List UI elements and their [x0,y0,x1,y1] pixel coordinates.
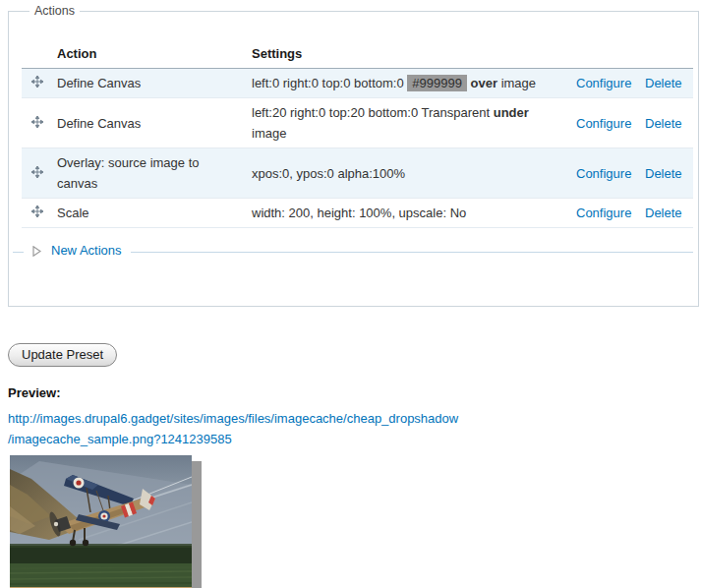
preview-label: Preview: [8,385,701,400]
table-row: Define Canvas left:0 right:0 top:0 botto… [22,69,693,98]
delete-link[interactable]: Delete [645,116,682,131]
header-action: Action [49,41,244,69]
actions-table: Action Settings Define C [22,41,693,228]
drag-handle[interactable] [22,148,49,199]
header-configure [568,41,637,69]
preview-url: http://images.drupal6.gadget/sites/image… [8,408,701,449]
new-actions-fieldset: New Actions [13,252,693,266]
drag-handle[interactable] [22,98,49,148]
delete-link[interactable]: Delete [645,76,682,90]
table-row: Scale width: 200, height: 100%, upscale:… [22,199,693,228]
header-settings: Settings [244,41,568,69]
action-name: Overlay: source image to canvas [49,148,244,199]
table-row: Overlay: source image to canvas xpos:0, … [22,148,693,199]
configure-link[interactable]: Configure [576,116,631,131]
configure-link[interactable]: Configure [576,166,631,181]
actions-fieldset-legend: Actions [29,4,80,18]
preview-image [10,455,192,588]
color-swatch: #999999 [407,75,467,91]
delete-link[interactable]: Delete [645,206,682,220]
configure-link[interactable]: Configure [576,76,631,90]
action-settings: left:20 right:0 top:20 bottom:0 Transpar… [244,98,568,148]
table-row: Define Canvas left:20 right:0 top:20 bot… [22,98,693,148]
action-settings: width: 200, height: 100%, upscale: No [244,199,568,228]
header-delete [637,41,693,69]
drag-cross-icon [31,73,43,85]
preview-url-link[interactable]: http://images.drupal6.gadget/sites/image… [8,411,458,446]
update-preset-button[interactable]: Update Preset [8,343,117,367]
action-name: Define Canvas [49,98,244,148]
preview-image-wrap [10,455,202,588]
table-header-row: Action Settings [22,41,693,69]
actions-fieldset: Actions Action Settings [8,4,699,307]
action-settings: xpos:0, ypos:0 alpha:100% [244,148,568,199]
header-handle [22,41,49,69]
drag-handle[interactable] [22,69,49,98]
delete-link[interactable]: Delete [645,166,682,181]
action-name: Define Canvas [49,69,244,98]
drag-cross-icon [31,203,43,214]
action-name: Scale [49,199,244,228]
drag-cross-icon [31,163,43,175]
action-settings: left:0 right:0 top:0 bottom:0 #999999 ov… [244,69,568,98]
drag-handle[interactable] [22,199,49,228]
new-actions-toggle[interactable]: New Actions [51,243,122,258]
triangle-right-icon [32,245,41,256]
drag-cross-icon [31,113,43,125]
configure-link[interactable]: Configure [576,206,631,220]
